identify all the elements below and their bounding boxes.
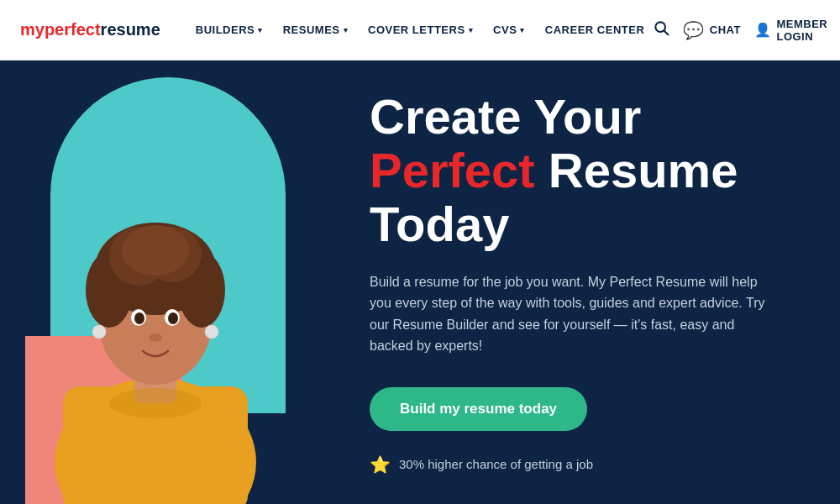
- stat-text: 30% higher chance of getting a job: [399, 457, 593, 471]
- logo-perfect: perfect: [45, 20, 101, 39]
- nav-item-builders[interactable]: BUILDERS ▾: [187, 17, 271, 43]
- chevron-down-icon: ▾: [469, 26, 474, 34]
- build-resume-button[interactable]: Build my resume today: [370, 387, 587, 431]
- site-logo[interactable]: myperfectresume: [20, 20, 160, 39]
- search-icon[interactable]: [653, 19, 669, 40]
- nav-right: 💬 CHAT 👤 MEMBER LOGIN: [653, 18, 827, 43]
- chevron-down-icon: ▾: [344, 26, 349, 34]
- navbar: myperfectresume BUILDERS ▾ RESUMES ▾ COV…: [0, 0, 840, 60]
- hero-person-image: [29, 126, 281, 504]
- nav-item-career-center[interactable]: CAREER CENTER: [537, 17, 653, 43]
- nav-item-cover-letters[interactable]: COVER LETTERS ▾: [360, 17, 481, 43]
- chevron-down-icon: ▾: [258, 26, 263, 34]
- svg-point-18: [205, 325, 218, 339]
- chat-icon: 💬: [683, 20, 705, 40]
- member-login-button[interactable]: 👤 MEMBER LOGIN: [754, 18, 827, 43]
- nav-item-cvs[interactable]: CVs ▾: [485, 17, 533, 43]
- logo-my: my: [20, 20, 45, 39]
- nav-item-resumes[interactable]: RESUMES ▾: [275, 17, 356, 43]
- chat-button[interactable]: 💬 CHAT: [683, 20, 741, 40]
- svg-point-14: [134, 312, 144, 324]
- hero-description: Build a resume for the job you want. My …: [370, 271, 773, 357]
- nav-links: BUILDERS ▾ RESUMES ▾ COVER LETTERS ▾ CVs…: [187, 17, 654, 43]
- stat-line: ⭐ 30% higher chance of getting a job: [370, 454, 798, 475]
- hero-image-area: [0, 60, 336, 504]
- logo-resume: resume: [101, 20, 160, 39]
- chevron-down-icon: ▾: [520, 26, 525, 34]
- hero-content: Create Your Perfect Resume Today Build a…: [336, 60, 840, 504]
- svg-point-16: [149, 333, 162, 342]
- hero-section: Create Your Perfect Resume Today Build a…: [0, 60, 840, 504]
- svg-point-15: [168, 312, 178, 324]
- svg-point-19: [109, 388, 202, 418]
- svg-point-17: [92, 325, 106, 339]
- svg-line-1: [664, 31, 669, 35]
- star-icon: ⭐: [370, 454, 391, 475]
- person-icon: 👤: [754, 22, 772, 38]
- svg-point-11: [122, 225, 189, 276]
- hero-title: Create Your Perfect Resume Today: [370, 90, 798, 250]
